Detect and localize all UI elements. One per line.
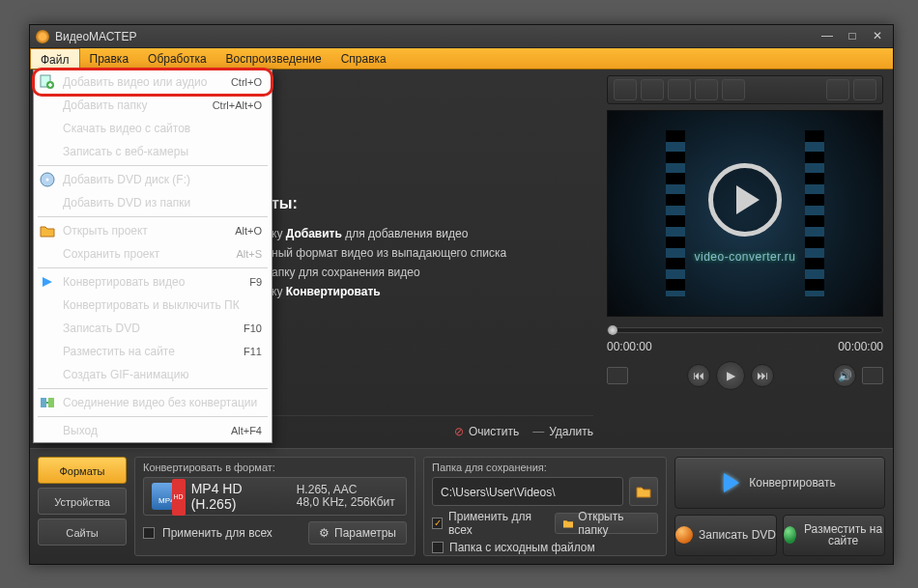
- preview-video[interactable]: video-converter.ru: [607, 110, 883, 317]
- join-menu-icon: [40, 395, 55, 410]
- menu-add-dvd[interactable]: Добавить DVD диск (F:): [34, 168, 272, 191]
- play-button[interactable]: ▶: [716, 361, 745, 390]
- preview-watermark: video-converter.ru: [694, 250, 795, 264]
- open-folder-button[interactable]: Открыть папку: [555, 513, 659, 534]
- dvd-menu-icon: [40, 172, 55, 187]
- fullscreen-icon[interactable]: [853, 79, 876, 100]
- svg-rect-10: [41, 398, 46, 407]
- crop-icon[interactable]: [614, 79, 637, 100]
- file-menu-dropdown: Добавить видео или аудиоCtrl+O Добавить …: [33, 70, 273, 443]
- prev-button[interactable]: ⏮: [687, 364, 710, 387]
- action-buttons: Конвертировать Записать DVD Разместить н…: [674, 457, 885, 556]
- convert-arrow-icon: [724, 473, 739, 492]
- cut-icon[interactable]: [695, 79, 718, 100]
- menu-gif: Создать GIF-анимацию: [34, 363, 272, 386]
- publish-button[interactable]: Разместить на сайте: [783, 515, 885, 556]
- format-details: H.265, AAC48,0 KHz, 256Кбит: [297, 484, 398, 509]
- menu-open-project[interactable]: Открыть проектAlt+O: [34, 219, 272, 242]
- maximize-button[interactable]: □: [843, 29, 862, 44]
- format-panel: Конвертировать в формат: MP4 MP4 HD (H.2…: [134, 457, 416, 556]
- menu-burn-dvd[interactable]: Записать DVDF10: [34, 317, 272, 340]
- instructions-text: ты: ку Добавить для добавления видео ный…: [272, 195, 593, 301]
- apply-all-format-label: Применить для всех: [162, 526, 273, 540]
- menu-add-dvd-folder[interactable]: Добавить DVD из папки: [34, 191, 272, 214]
- clear-list-button[interactable]: ⊘Очистить: [454, 425, 519, 438]
- svg-rect-11: [48, 398, 54, 407]
- menu-join[interactable]: Соединение видео без конвертации: [34, 391, 272, 414]
- menu-help[interactable]: Справка: [331, 48, 396, 69]
- enhance-icon[interactable]: [668, 79, 691, 100]
- delete-item-button[interactable]: —Удалить: [532, 425, 593, 438]
- tab-sites[interactable]: Сайты: [38, 518, 127, 546]
- format-name: MP4 HD (H.265): [191, 481, 287, 512]
- preview-controls: ⏮ ▶ ⏭ 🔊: [607, 361, 883, 390]
- format-header: Конвертировать в формат:: [143, 462, 407, 473]
- menu-add-folder[interactable]: Добавить папкуCtrl+Alt+O: [34, 94, 272, 117]
- time-display: 00:00:00 00:00:00: [607, 340, 883, 353]
- menu-convert-shutdown[interactable]: Конвертировать и выключить ПК: [34, 294, 272, 317]
- speed-icon[interactable]: [722, 79, 745, 100]
- globe-icon: [784, 526, 796, 544]
- app-logo-icon: [36, 30, 49, 43]
- tab-formats[interactable]: Форматы: [38, 457, 127, 484]
- convert-menu-icon: [40, 274, 55, 290]
- tab-devices[interactable]: Устройства: [38, 488, 127, 515]
- titlebar: ВидеоМАСТЕР — □ ✕: [30, 25, 893, 48]
- format-tabs: Форматы Устройства Сайты: [38, 457, 127, 556]
- preview-toolbar: [607, 75, 883, 104]
- gear-icon: ⚙: [319, 526, 330, 540]
- snapshot-button[interactable]: [607, 367, 628, 384]
- menu-process[interactable]: Обработка: [138, 48, 216, 69]
- menu-file[interactable]: Файл: [30, 48, 80, 69]
- minimize-button[interactable]: —: [818, 29, 837, 44]
- menu-edit[interactable]: Правка: [80, 48, 139, 69]
- gif-icon[interactable]: [826, 79, 849, 100]
- seek-bar[interactable]: [607, 322, 883, 338]
- instructions-heading: ты:: [272, 195, 593, 212]
- output-path[interactable]: C:\Users\User\Videos\: [432, 477, 623, 506]
- preview-play-overlay-icon[interactable]: [708, 163, 782, 237]
- format-selector[interactable]: MP4 MP4 HD (H.265) H.265, AAC48,0 KHz, 2…: [143, 477, 407, 516]
- menu-publish[interactable]: Разместить на сайтеF11: [34, 340, 272, 363]
- filmstrip-left-icon: [666, 130, 685, 296]
- convert-button[interactable]: Конвертировать: [674, 457, 885, 509]
- loop-button[interactable]: [862, 367, 883, 384]
- open-folder-menu-icon: [40, 223, 55, 238]
- burn-dvd-button[interactable]: Записать DVD: [674, 515, 777, 556]
- menu-play[interactable]: Воспроизведение: [216, 48, 331, 69]
- menu-save-project: Сохранить проектAlt+S: [34, 242, 272, 266]
- disc-icon: [675, 526, 693, 544]
- time-current: 00:00:00: [607, 340, 652, 353]
- svg-point-9: [46, 179, 49, 182]
- apply-all-folder-label: Применить для всех: [448, 510, 548, 537]
- filmstrip-right-icon: [805, 130, 824, 296]
- volume-button[interactable]: 🔊: [833, 364, 856, 387]
- browse-button[interactable]: [629, 477, 658, 506]
- add-video-icon: [40, 74, 55, 90]
- seek-thumb[interactable]: [608, 325, 617, 335]
- same-source-label: Папка с исходным файлом: [449, 541, 595, 554]
- folder-header: Папка для сохранения:: [432, 462, 658, 473]
- time-total: 00:00:00: [838, 340, 883, 353]
- menu-webcam[interactable]: Записать с веб-камеры: [34, 140, 272, 163]
- menu-download[interactable]: Скачать видео с сайтов: [34, 117, 272, 140]
- next-button[interactable]: ⏭: [751, 364, 774, 387]
- menubar: Файл Правка Обработка Воспроизведение Сп…: [30, 48, 893, 70]
- menu-add-video[interactable]: Добавить видео или аудиоCtrl+O: [34, 70, 272, 94]
- folder-panel: Папка для сохранения: C:\Users\User\Vide…: [423, 457, 667, 556]
- preview-panel: video-converter.ru 00:00:00 00:00:00 ⏮ ▶…: [607, 75, 883, 390]
- format-badge-icon: MP4: [152, 483, 182, 510]
- params-button[interactable]: ⚙ Параметры: [308, 521, 407, 545]
- apply-all-format-checkbox[interactable]: [143, 527, 155, 539]
- same-source-checkbox[interactable]: [432, 542, 444, 553]
- app-title: ВидеоМАСТЕР: [55, 30, 812, 43]
- close-button[interactable]: ✕: [868, 29, 887, 44]
- menu-exit[interactable]: ВыходAlt+F4: [34, 419, 272, 442]
- apply-all-folder-checkbox[interactable]: ✓: [432, 518, 443, 529]
- menu-convert[interactable]: Конвертировать видеоF9: [34, 270, 272, 294]
- effects-icon[interactable]: [641, 79, 664, 100]
- bottom-panel: Форматы Устройства Сайты Конвертировать …: [30, 448, 893, 564]
